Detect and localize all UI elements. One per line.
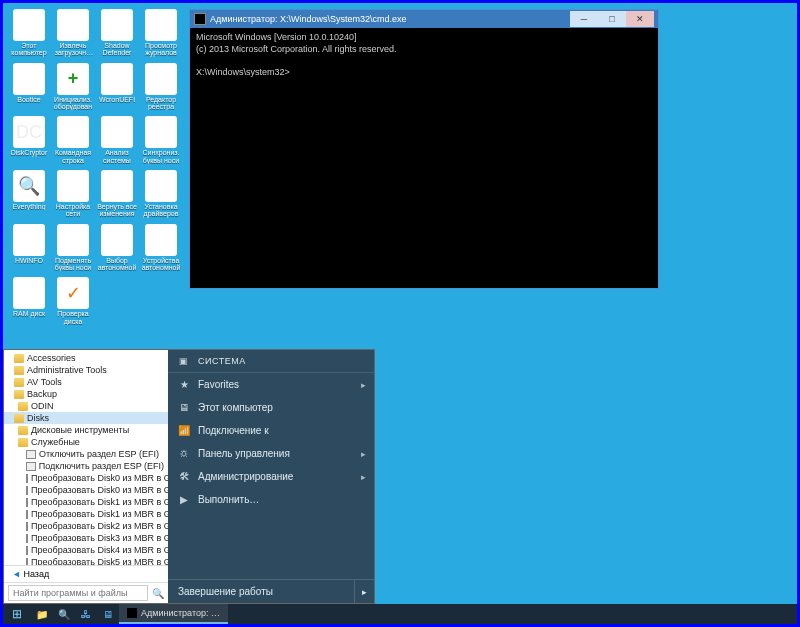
cmd-window[interactable]: Администратор: X:\Windows\System32\cmd.e…	[189, 9, 659, 289]
tree-file[interactable]: Преобразовать Disk5 из MBR в GPT	[4, 556, 168, 565]
shutdown-more-button[interactable]: ▸	[354, 580, 374, 603]
tree-folder[interactable]: ODIN	[4, 400, 168, 412]
tree-folder[interactable]: AV Tools	[4, 376, 168, 388]
tree-folder[interactable]: Accessories	[4, 352, 168, 364]
desktop-icon[interactable]: ✓Проверка диска	[53, 277, 93, 325]
search-icon[interactable]: 🔍	[152, 588, 164, 599]
right-panel-item[interactable]: 📶Подключение к	[168, 419, 374, 442]
right-panel-item[interactable]: 🖥Этот компьютер	[168, 396, 374, 419]
cmd-body[interactable]: Microsoft Windows [Version 10.0.10240] (…	[190, 28, 658, 83]
tree-file[interactable]: Преобразовать Disk0 из MBR в GPT (+E…	[4, 472, 168, 484]
menu-label: Выполнить…	[198, 494, 259, 505]
right-panel-item[interactable]: 🛠Администрирование▸	[168, 465, 374, 488]
tree-label: Преобразовать Disk0 из MBR в GPT (+E…	[31, 473, 168, 483]
chevron-right-icon: ▸	[361, 449, 366, 459]
start-button[interactable]: ⊞	[3, 604, 31, 624]
search-input[interactable]	[8, 585, 148, 601]
menu-icon: ▣	[178, 356, 190, 366]
desktop-icon[interactable]: Shadow Defender	[97, 9, 137, 57]
desktop-icon[interactable]: Установка драйверов	[141, 170, 181, 218]
right-panel-item[interactable]: ⛭Панель управления▸	[168, 442, 374, 465]
tree-folder[interactable]: Disks	[4, 412, 168, 424]
pinned-search-icon[interactable]: 🔍	[53, 604, 75, 624]
desktop-icon[interactable]: Настройка сети	[53, 170, 93, 218]
right-panel-item[interactable]: ★Favorites▸	[168, 373, 374, 396]
tree-folder[interactable]: Дисковые инструменты	[4, 424, 168, 436]
menu-label: Администрирование	[198, 471, 293, 482]
desktop-icon[interactable]: 🔍Everything	[9, 170, 49, 218]
right-panel-header: ▣СИСТЕМА	[168, 350, 374, 373]
cmd-titlebar[interactable]: Администратор: X:\Windows\System32\cmd.e…	[190, 10, 658, 28]
tree-folder[interactable]: Backup	[4, 388, 168, 400]
desktop-icon[interactable]: Извлечь загрузочный	[53, 9, 93, 57]
app-icon	[101, 116, 133, 148]
taskbar-task-cmd[interactable]: Администратор: …	[119, 604, 228, 624]
desktop-icon[interactable]: +Инициализ. оборудован	[53, 63, 93, 111]
app-icon	[57, 224, 89, 256]
folder-icon	[14, 354, 24, 363]
close-button[interactable]: ✕	[626, 11, 654, 27]
program-tree[interactable]: AccessoriesAdministrative ToolsAV ToolsB…	[4, 350, 168, 565]
file-icon	[26, 498, 28, 507]
app-icon	[145, 224, 177, 256]
tree-folder[interactable]: Служебные	[4, 436, 168, 448]
shutdown-button[interactable]: Завершение работы	[168, 580, 354, 603]
menu-icon: 🛠	[178, 471, 190, 482]
tree-file[interactable]: Подключить раздел ESP (EFI)	[4, 460, 168, 472]
chevron-right-icon: ▸	[361, 472, 366, 482]
desktop-icon[interactable]: RAM диск	[9, 277, 49, 325]
tree-file[interactable]: Преобразовать Disk3 из MBR в GPT	[4, 532, 168, 544]
desktop-icon[interactable]: Синхрониз. буквы носи	[141, 116, 181, 164]
desktop[interactable]: Этот компьютерИзвлечь загрузочныйShadow …	[3, 3, 797, 624]
file-icon	[26, 546, 28, 555]
tree-folder[interactable]: Administrative Tools	[4, 364, 168, 376]
app-icon: 🔍	[13, 170, 45, 202]
pinned-system-icon[interactable]: 🖥	[97, 604, 119, 624]
desktop-icon[interactable]: Этот компьютер	[9, 9, 49, 57]
pinned-network-icon[interactable]: 🖧	[75, 604, 97, 624]
right-panel-item[interactable]: ▶Выполнить…	[168, 488, 374, 511]
app-icon	[101, 170, 133, 202]
file-icon	[26, 474, 28, 483]
desktop-icon[interactable]: Командная строка	[53, 116, 93, 164]
icon-label: HWiNFO	[9, 257, 49, 264]
file-icon	[26, 510, 28, 519]
maximize-button[interactable]: □	[598, 11, 626, 27]
desktop-icon[interactable]: Устройства автономной	[141, 224, 181, 272]
tree-label: Преобразовать Disk2 из MBR в GPT	[31, 521, 168, 531]
menu-icon: ⛭	[178, 448, 190, 459]
tree-file[interactable]: Преобразовать Disk2 из MBR в GPT	[4, 520, 168, 532]
desktop-icon[interactable]: WcronUEFI	[97, 63, 137, 111]
icon-label: Этот компьютер	[9, 42, 49, 57]
tree-label: Administrative Tools	[27, 365, 107, 375]
tree-file[interactable]: Преобразовать Disk0 из MBR в GPT	[4, 484, 168, 496]
icon-label: WcronUEFI	[97, 96, 137, 103]
screen-frame: Этот компьютерИзвлечь загрузочныйShadow …	[0, 0, 800, 627]
tree-file[interactable]: Преобразовать Disk1 из MBR в GPT (+E…	[4, 496, 168, 508]
icon-label: Shadow Defender	[97, 42, 137, 57]
minimize-button[interactable]: ─	[570, 11, 598, 27]
start-left-panel: AccessoriesAdministrative ToolsAV ToolsB…	[4, 350, 168, 603]
pinned-explorer-icon[interactable]: 📁	[31, 604, 53, 624]
desktop-icon[interactable]: Подменять буквы носи	[53, 224, 93, 272]
tree-file[interactable]: Преобразовать Disk4 из MBR в GPT	[4, 544, 168, 556]
desktop-icon[interactable]: Вернуть все изменения	[97, 170, 137, 218]
icon-label: Everything	[9, 203, 49, 210]
app-icon	[57, 170, 89, 202]
desktop-icon[interactable]: HWHWiNFO	[9, 224, 49, 272]
desktop-icon[interactable]: Редактор реестра	[141, 63, 181, 111]
desktop-icon[interactable]: Просмотр журналов	[141, 9, 181, 57]
icon-label: Редактор реестра	[141, 96, 181, 111]
tree-label: ODIN	[31, 401, 54, 411]
app-icon	[57, 9, 89, 41]
tree-label: Преобразовать Disk1 из MBR в GPT (+E…	[31, 497, 168, 507]
desktop-icon[interactable]: Анализ системы	[97, 116, 137, 164]
desktop-icon[interactable]: Выбор автономной	[97, 224, 137, 272]
desktop-icon[interactable]: DCDiskCryptor	[9, 116, 49, 164]
tree-file[interactable]: Отключить раздел ESP (EFI)	[4, 448, 168, 460]
desktop-icon[interactable]: Bootice	[9, 63, 49, 111]
file-icon	[26, 450, 36, 459]
back-button[interactable]: ◄ Назад	[4, 565, 168, 583]
tree-file[interactable]: Преобразовать Disk1 из MBR в GPT	[4, 508, 168, 520]
tree-label: Преобразовать Disk1 из MBR в GPT	[31, 509, 168, 519]
